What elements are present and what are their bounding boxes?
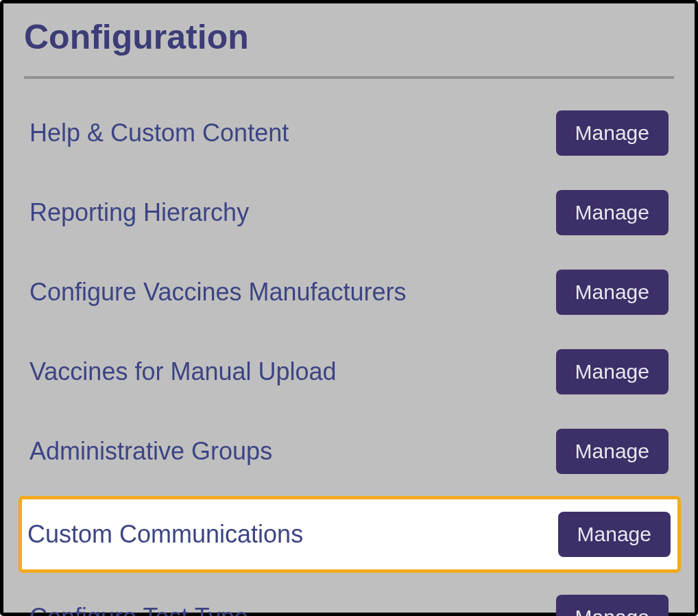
manage-button-custom-communications[interactable]: Manage — [558, 512, 671, 557]
config-row-reporting-hierarchy: Reporting Hierarchy Manage — [24, 186, 674, 239]
config-label: Custom Communications — [27, 520, 303, 549]
config-label: Reporting Hierarchy — [29, 198, 249, 227]
config-label: Configure Test Type — [29, 603, 248, 616]
config-row-configure-vaccines-manufacturers: Configure Vaccines Manufacturers Manage — [24, 265, 674, 319]
manage-button-reporting-hierarchy[interactable]: Manage — [556, 190, 669, 235]
manage-button-help-custom-content[interactable]: Manage — [556, 110, 669, 156]
config-label: Vaccines for Manual Upload — [29, 357, 337, 386]
configuration-panel: Configuration Help & Custom Content Mana… — [0, 0, 698, 616]
config-row-vaccines-manual-upload: Vaccines for Manual Upload Manage — [24, 345, 674, 399]
page-title: Configuration — [24, 3, 674, 76]
divider — [24, 76, 674, 79]
manage-button-configure-vaccines-manufacturers[interactable]: Manage — [556, 270, 669, 315]
config-label: Configure Vaccines Manufacturers — [29, 278, 407, 307]
manage-button-configure-test-type[interactable]: Manage — [556, 595, 669, 616]
config-row-configure-test-type: Configure Test Type Manage — [24, 591, 674, 616]
manage-button-administrative-groups[interactable]: Manage — [556, 429, 669, 474]
config-label: Administrative Groups — [29, 437, 272, 466]
config-row-help-custom-content: Help & Custom Content Manage — [24, 106, 674, 160]
config-row-administrative-groups: Administrative Groups Manage — [24, 425, 674, 478]
configuration-list: Help & Custom Content Manage Reporting H… — [24, 106, 674, 616]
config-label: Help & Custom Content — [29, 119, 289, 147]
config-row-custom-communications: Custom Communications Manage — [19, 496, 681, 573]
manage-button-vaccines-manual-upload[interactable]: Manage — [556, 349, 669, 394]
